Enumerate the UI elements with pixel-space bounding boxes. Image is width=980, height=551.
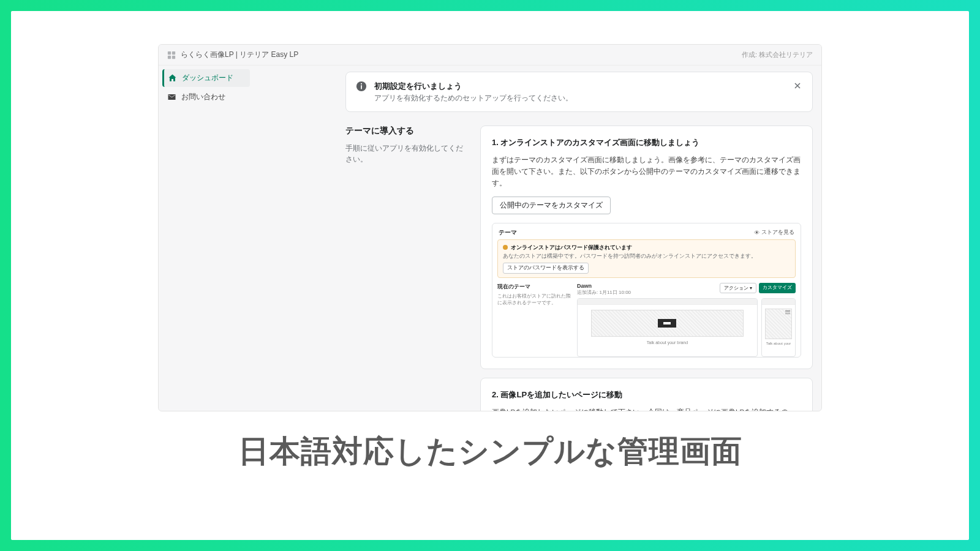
step1-title: 1. オンラインストアのカスタマイズ画面に移動しましょう xyxy=(492,137,801,148)
app-window: らくらく画像LP | リテリア Easy LP 作成: 株式会社リテリア ダッシ… xyxy=(158,44,822,411)
theme-mock: テーマ ストアを見る オンラインストアはパスワード保護 xyxy=(492,223,801,358)
info-icon xyxy=(356,81,367,92)
alert-title: 初期設定を行いましょう xyxy=(374,81,785,92)
sidebar-item-label: ダッシュボード xyxy=(182,73,233,83)
warning-title: オンラインストアはパスワード保護されています xyxy=(511,244,632,252)
home-icon xyxy=(168,73,177,83)
password-warning: オンラインストアはパスワード保護されています あなたのストアは構築中です。パスワ… xyxy=(497,239,796,278)
intro-title: テーマに導入する xyxy=(345,126,468,137)
step1-card: 1. オンラインストアのカスタマイズ画面に移動しましょう まずはテーマのカスタマ… xyxy=(480,126,813,369)
intro-desc: 手順に従いアプリを有効化してください。 xyxy=(345,143,468,165)
menu-icon xyxy=(785,310,790,314)
section-intro: テーマに導入する 手順に従いアプリを有効化してください。 xyxy=(345,126,468,165)
svg-rect-5 xyxy=(361,85,362,89)
step1-desc: まずはテーマのカスタマイズ画面に移動しましょう。画像を参考に、テーマのカスタマイ… xyxy=(492,154,801,189)
theme-action-button: アクション ▾ xyxy=(720,283,756,293)
sidebar-item-contact[interactable]: お問い合わせ xyxy=(162,88,250,106)
svg-rect-2 xyxy=(168,55,171,58)
eye-icon xyxy=(754,230,760,235)
sidebar-item-dashboard[interactable]: ダッシュボード xyxy=(162,69,250,87)
mobile-preview: Talk about your xyxy=(761,298,796,357)
current-theme-desc: これはお客様がストアに訪れた際に表示されるテーマです。 xyxy=(497,293,571,306)
svg-rect-1 xyxy=(172,51,175,54)
main-content: 初期設定を行いましょう アプリを有効化するためのセットアップを行ってください。 … xyxy=(254,66,821,411)
app-title: らくらく画像LP | リテリア Easy LP xyxy=(181,50,298,60)
hero-caption-mobile: Talk about your xyxy=(766,342,791,345)
step2-card: 2. 画像LPを追加したいページに移動 画像LPを追加したいページに移動して下さ… xyxy=(480,378,813,411)
show-password-button: ストアのパスワードを表示する xyxy=(503,263,589,274)
app-header: らくらく画像LP | リテリア Easy LP 作成: 株式会社リテリア xyxy=(159,45,821,66)
mail-icon xyxy=(167,92,176,102)
svg-rect-0 xyxy=(168,51,171,54)
theme-meta: 追加済み: 1月11日 10:00 xyxy=(577,289,631,296)
warning-desc: あなたのストアは構築中です。パスワードを持つ訪問者のみがオンラインストアにアクセ… xyxy=(503,253,790,260)
svg-point-6 xyxy=(361,83,362,84)
hero-caption: Talk about your brand xyxy=(647,340,688,345)
step2-title: 2. 画像LPを追加したいページに移動 xyxy=(492,389,801,400)
customize-theme-button[interactable]: 公開中のテーマをカスタマイズ xyxy=(492,197,611,214)
view-store-link: ストアを見る xyxy=(754,228,794,236)
svg-rect-3 xyxy=(172,55,175,58)
step2-desc: 画像LPを追加したいページに移動して下さい。今回は、商品ページに画像LPを追加す… xyxy=(492,407,801,411)
mock-theme-label: テーマ xyxy=(499,228,517,237)
alert-desc: アプリを有効化するためのセットアップを行ってください。 xyxy=(374,94,785,103)
creator-label: 作成: 株式会社リテリア xyxy=(742,50,813,59)
close-icon[interactable] xyxy=(793,81,802,91)
theme-customize-button: カスタマイズ xyxy=(759,283,796,293)
app-icon xyxy=(167,51,176,59)
warning-dot-icon xyxy=(503,245,508,250)
sidebar-item-label: お問い合わせ xyxy=(181,92,225,102)
desktop-preview: Talk about your brand xyxy=(577,298,758,357)
tagline: 日本語対応したシンプルな管理画面 xyxy=(238,431,742,472)
setup-alert: 初期設定を行いましょう アプリを有効化するためのセットアップを行ってください。 xyxy=(345,72,813,112)
current-theme-label: 現在のテーマ xyxy=(497,283,571,291)
sidebar: ダッシュボード お問い合わせ xyxy=(159,66,254,411)
theme-name: Dawn xyxy=(577,283,631,289)
